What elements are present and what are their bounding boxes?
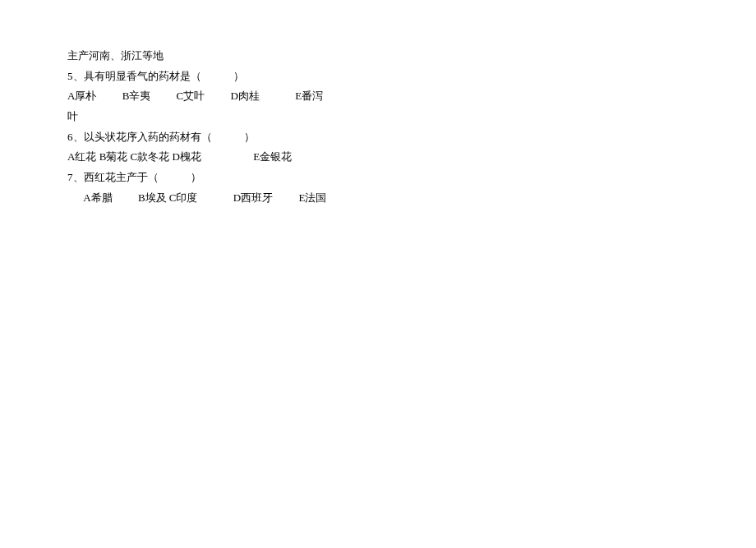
line-q5: 5、具有明显香气的药材是（ ） <box>67 67 756 87</box>
q6-opt-e: E金银花 <box>253 147 292 168</box>
text-q7: 7、西红花主产于（ ） <box>67 171 201 183</box>
q7-opt-e: E法国 <box>298 188 326 209</box>
text-q6: 6、以头状花序入药的药材有（ ） <box>67 131 255 143</box>
line-q7-options: A希腊 B埃及 C印度 D西班牙 E法国 <box>67 188 756 209</box>
text-q5: 5、具有明显香气的药材是（ ） <box>67 70 244 82</box>
q7-opt-a: A希腊 <box>83 188 112 209</box>
q7-opt-d: D西班牙 <box>233 188 273 209</box>
line-q6-options: A红花 B菊花 C款冬花 D槐花 E金银花 <box>67 147 756 168</box>
q5-opt-d: D肉桂 <box>230 86 259 107</box>
line-q5-tail: 叶 <box>67 107 756 127</box>
line-q6: 6、以头状花序入药的药材有（ ） <box>67 127 756 148</box>
q5-opt-e: E番泻 <box>295 86 323 107</box>
line-q7: 7、西红花主产于（ ） <box>67 168 756 188</box>
q5-opt-a: A厚朴 <box>67 86 96 107</box>
line-origin: 主产河南、浙江等地 <box>67 46 756 67</box>
q6-opts-ad: A红花 B菊花 C款冬花 D槐花 <box>67 147 201 168</box>
text-origin: 主产河南、浙江等地 <box>67 49 164 62</box>
text-q5-tail: 叶 <box>67 110 78 122</box>
line-q5-options: A厚朴 B辛夷 C艾叶 D肉桂 E番泻 <box>67 86 756 107</box>
q7-opt-bc: B埃及 C印度 <box>138 188 198 209</box>
q5-opt-c: C艾叶 <box>177 86 205 107</box>
q5-opt-b: B辛夷 <box>122 86 151 107</box>
